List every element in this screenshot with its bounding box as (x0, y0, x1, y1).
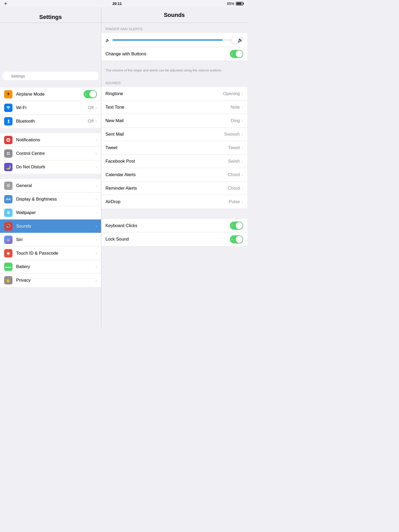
sounds-section-header: SOUNDS (101, 77, 247, 87)
sidebar-item-wifi[interactable]: Wi-Fi Off › (0, 101, 101, 115)
svg-rect-3 (7, 139, 8, 140)
general-label: General (16, 183, 96, 188)
battery-chevron: › (96, 265, 97, 269)
text-tone-item[interactable]: Text Tone Note › (101, 101, 247, 114)
facebook-post-item[interactable]: Facebook Post Swish › (101, 155, 247, 168)
sidebar-item-control-centre[interactable]: Control Centre › (0, 147, 101, 160)
tweet-chevron: › (242, 146, 243, 150)
control-centre-label: Control Centre (16, 151, 96, 156)
sidebar-header: Settings (0, 7, 101, 23)
lock-sound-item: Lock Sound I (101, 232, 247, 246)
touch-id-label: Touch ID & Passcode (16, 251, 96, 256)
reminder-alerts-item[interactable]: Reminder Alerts Chord › (101, 182, 247, 195)
change-with-buttons-toggle[interactable]: I (230, 50, 243, 58)
sidebar-item-airplane-mode[interactable]: ✈ Airplane Mode I (0, 88, 101, 101)
sidebar-item-wallpaper[interactable]: ❋ Wallpaper › (0, 206, 101, 220)
ringtone-chevron: › (242, 92, 243, 96)
svg-point-6 (7, 152, 8, 153)
change-with-buttons-row: Change with Buttons I (101, 47, 247, 61)
group-spacer-1 (0, 82, 101, 88)
settings-group-connectivity: ✈ Airplane Mode I Wi-Fi Off › (0, 88, 101, 128)
sent-mail-value: Swoosh (224, 132, 240, 137)
lock-sound-toggle[interactable]: I (230, 235, 243, 243)
sidebar-item-siri[interactable]: ◎ Siri › (0, 233, 101, 247)
volume-slider-track[interactable] (112, 39, 235, 41)
reminder-alerts-label: Reminder Alerts (105, 186, 228, 191)
calendar-alerts-chevron: › (242, 173, 243, 177)
search-bar-container: 🔍 (0, 70, 101, 82)
sidebar-item-privacy[interactable]: ✋ Privacy › (0, 274, 101, 287)
new-mail-chevron: › (242, 119, 243, 123)
siri-label: Siri (16, 237, 96, 242)
airdrop-value: Pulse (229, 199, 240, 204)
keyboard-clicks-label: Keyboard Clicks (105, 223, 230, 228)
ringtone-item[interactable]: Ringtone Opening › (101, 87, 247, 101)
facebook-post-label: Facebook Post (105, 159, 228, 164)
sidebar-top-space (0, 23, 101, 70)
control-centre-icon (4, 149, 12, 158)
sidebar-item-display-brightness[interactable]: AA Display & Brightness › (0, 192, 101, 206)
new-mail-label: New Mail (105, 118, 231, 123)
sidebar-item-do-not-disturb[interactable]: 🌙 Do Not Disturb › (0, 160, 101, 174)
do-not-disturb-icon: 🌙 (4, 163, 12, 171)
keyboard-clicks-toggle[interactable]: I (230, 222, 243, 230)
wifi-label: Wi-Fi (16, 105, 88, 110)
group-spacer-2 (0, 128, 101, 133)
search-bar-wrapper: 🔍 (3, 72, 98, 80)
airplane-mode-label: Airplane Mode (16, 92, 84, 97)
app-container: Settings 🔍 ✈ Airplane Mode I (0, 7, 247, 327)
ringer-alerts-group: 🔈 🔊 Change with Buttons I (101, 33, 247, 61)
airdrop-chevron: › (242, 200, 243, 204)
notifications-icon (4, 136, 12, 144)
do-not-disturb-chevron: › (96, 165, 97, 169)
sidebar-item-sounds[interactable]: 🔊 Sounds › (0, 220, 101, 233)
volume-slider-section: 🔈 🔊 (101, 33, 247, 47)
battery-item-icon: ▬▬ (4, 263, 12, 271)
wifi-icon (4, 104, 12, 112)
svg-rect-4 (9, 139, 9, 140)
do-not-disturb-label: Do Not Disturb (16, 164, 96, 170)
calendar-alerts-item[interactable]: Calendar Alerts Chord › (101, 168, 247, 182)
calendar-alerts-label: Calendar Alerts (105, 172, 228, 177)
siri-chevron: › (96, 238, 97, 242)
sidebar-item-touch-id-passcode[interactable]: ◉ Touch ID & Passcode › (0, 247, 101, 260)
general-chevron: › (96, 184, 97, 188)
bluetooth-icon (4, 117, 12, 125)
right-header: Sounds (101, 7, 247, 23)
airplane-mode-toggle[interactable]: I (84, 90, 97, 98)
airdrop-item[interactable]: AirDrop Pulse › (101, 195, 247, 209)
text-tone-label: Text Tone (105, 105, 230, 110)
extra-toggles-group: Keyboard Clicks I Lock Sound I (101, 219, 247, 246)
sounds-label: Sounds (16, 224, 96, 229)
wifi-chevron: › (96, 106, 97, 110)
sidebar-item-battery[interactable]: ▬▬ Battery › (0, 260, 101, 274)
privacy-icon: ✋ (4, 276, 12, 284)
status-time: 20:11 (112, 2, 122, 6)
sidebar: Settings 🔍 ✈ Airplane Mode I (0, 7, 101, 327)
volume-slider-thumb[interactable] (231, 36, 238, 44)
toggle-knob (89, 91, 96, 98)
ringtone-label: Ringtone (105, 91, 223, 96)
volume-low-icon: 🔈 (105, 38, 110, 42)
wallpaper-label: Wallpaper (16, 210, 96, 215)
facebook-post-value: Swish (228, 159, 240, 164)
search-input[interactable] (3, 72, 98, 80)
sidebar-item-notifications[interactable]: Notifications › (0, 133, 101, 147)
battery-fill (237, 3, 242, 5)
sounds-group-spacer (101, 214, 247, 219)
tweet-item[interactable]: Tweet Tweet › (101, 141, 247, 155)
airplane-mode-icon: ✈ (4, 90, 12, 98)
new-mail-item[interactable]: New Mail Ding › (101, 114, 247, 128)
change-with-buttons-label: Change with Buttons (105, 51, 230, 57)
notifications-chevron: › (96, 138, 97, 142)
keyboard-clicks-item: Keyboard Clicks I (101, 219, 247, 232)
reminder-alerts-value: Chord (228, 186, 240, 191)
sent-mail-item[interactable]: Sent Mail Swoosh › (101, 128, 247, 141)
settings-group-system: Notifications › Control Centre › 🌙 Do N (0, 133, 101, 174)
svg-point-8 (7, 154, 8, 155)
battery-icon (236, 2, 243, 5)
wifi-value: Off (88, 105, 94, 110)
sidebar-item-bluetooth[interactable]: Bluetooth Off › (0, 115, 101, 128)
group-spacer-3 (0, 174, 101, 179)
sidebar-item-general[interactable]: ⚙ General › (0, 179, 101, 192)
